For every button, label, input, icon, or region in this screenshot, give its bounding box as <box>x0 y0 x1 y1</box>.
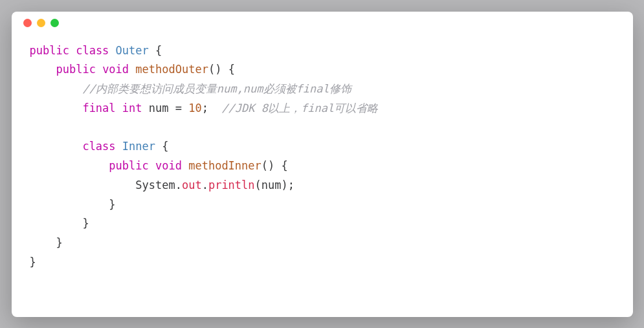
code-token: Outer <box>116 44 149 57</box>
code-line: final int num = 10; //JDK 8以上，final可以省略 <box>30 99 615 118</box>
code-token: class <box>76 44 109 57</box>
code-token: } <box>109 198 115 211</box>
code-line: } <box>30 253 615 272</box>
code-token: public <box>30 44 69 57</box>
code-token: //内部类要想访问成员变量num,num必须被final修饰 <box>82 82 351 95</box>
code-token: { <box>149 44 162 57</box>
code-token: () { <box>208 63 235 76</box>
code-line: } <box>30 195 615 215</box>
code-token: out <box>182 179 202 191</box>
minimize-icon[interactable] <box>37 19 45 27</box>
code-area: public class Outer { public void methodO… <box>12 35 633 285</box>
code-token <box>129 63 135 76</box>
code-token: ; <box>202 102 222 115</box>
code-line: } <box>30 214 615 234</box>
code-line: class Inner { <box>30 137 615 157</box>
code-token: println <box>208 179 255 191</box>
code-token <box>109 44 115 57</box>
code-token: } <box>82 217 89 230</box>
code-line <box>30 118 615 138</box>
code-line: public void methodOuter() { <box>30 60 615 80</box>
code-token: methodInner <box>188 159 261 172</box>
code-token <box>182 159 188 172</box>
code-token: . <box>175 179 182 191</box>
code-token <box>116 102 122 115</box>
code-line: public class Outer { <box>30 41 615 61</box>
code-token: . <box>202 179 208 191</box>
code-token: final <box>82 102 115 115</box>
code-token: //JDK 8以上，final可以省略 <box>221 102 378 115</box>
code-token <box>149 159 155 172</box>
code-token: void <box>155 159 182 172</box>
code-window: public class Outer { public void methodO… <box>12 12 633 317</box>
code-token <box>96 63 102 76</box>
code-token: { <box>155 140 168 153</box>
code-token: () { <box>261 159 288 172</box>
code-token: System <box>135 179 175 191</box>
code-token: class <box>82 140 115 153</box>
code-line: } <box>30 234 615 253</box>
titlebar <box>12 12 633 35</box>
code-token: public <box>109 159 148 172</box>
code-token: 10 <box>188 102 201 115</box>
code-token <box>116 140 122 153</box>
code-token: public <box>56 63 95 76</box>
code-token <box>69 44 76 57</box>
code-token: } <box>56 236 62 249</box>
code-token: Inner <box>122 140 155 153</box>
code-token: int <box>122 102 142 115</box>
code-token: methodOuter <box>135 63 208 76</box>
code-token: void <box>102 63 129 76</box>
code-line: public void methodInner() { <box>30 157 615 176</box>
code-token: } <box>30 256 36 268</box>
code-token: num = <box>142 102 189 115</box>
code-line: System.out.println(num); <box>30 176 615 195</box>
code-line: //内部类要想访问成员变量num,num必须被final修饰 <box>30 80 615 99</box>
close-icon[interactable] <box>23 19 32 27</box>
zoom-icon[interactable] <box>50 19 59 27</box>
code-token: (num); <box>255 179 294 191</box>
